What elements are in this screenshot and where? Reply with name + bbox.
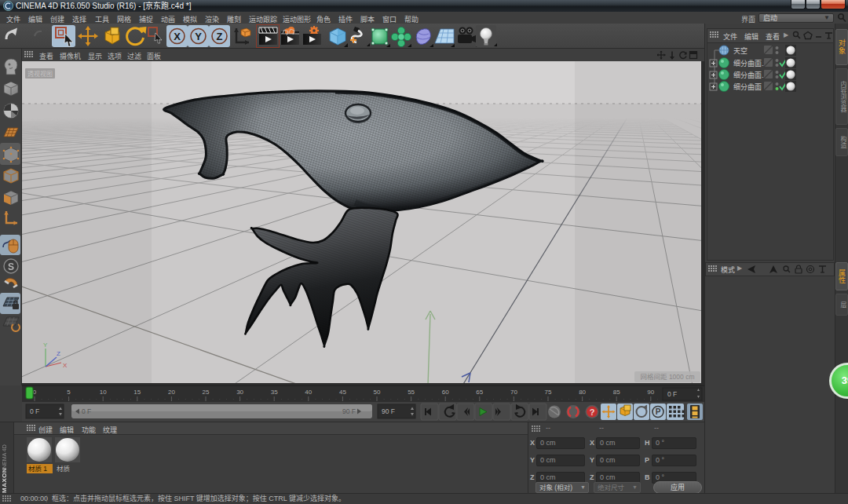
svg-text:85: 85 [613, 389, 620, 396]
svg-text:75: 75 [545, 389, 552, 396]
svg-text:80: 80 [579, 389, 586, 396]
svg-text:细分曲面.2: 细分曲面.2 [733, 59, 768, 68]
svg-text:0: 0 [33, 389, 37, 396]
svg-text:细分曲面.1: 细分曲面.1 [733, 71, 768, 79]
svg-text:X: X [174, 31, 181, 42]
svg-text:90 F: 90 F [342, 407, 356, 415]
svg-text:0 F: 0 F [82, 407, 91, 415]
svg-text:10: 10 [100, 389, 107, 396]
svg-text:?: ? [590, 407, 595, 417]
svg-text:25: 25 [203, 389, 210, 396]
svg-text:5: 5 [67, 389, 71, 396]
svg-text:0 F: 0 F [667, 390, 677, 398]
svg-text:透视视图: 透视视图 [27, 70, 53, 78]
svg-text:30: 30 [236, 389, 243, 396]
svg-text:50: 50 [374, 389, 381, 396]
svg-text:15: 15 [133, 389, 141, 396]
svg-text:细分曲面: 细分曲面 [733, 82, 762, 91]
svg-text:P: P [656, 407, 661, 416]
svg-text:70: 70 [510, 389, 517, 396]
svg-text:90 F: 90 F [382, 407, 395, 415]
svg-text:Z: Z [217, 31, 223, 42]
svg-text:65: 65 [476, 389, 483, 396]
svg-text:Y: Y [43, 341, 48, 349]
svg-text:X: X [63, 362, 68, 369]
svg-text:55: 55 [408, 389, 415, 396]
svg-text:网格间距 1000 cm: 网格间距 1000 cm [641, 373, 695, 381]
svg-text:天空: 天空 [733, 46, 747, 55]
svg-text:90: 90 [647, 389, 654, 396]
svg-text:Z: Z [57, 350, 60, 357]
svg-text:35: 35 [271, 389, 278, 396]
svg-text:40: 40 [305, 389, 312, 396]
svg-text:45: 45 [339, 389, 346, 396]
svg-text:Y: Y [195, 31, 202, 42]
svg-text:0 F: 0 F [30, 407, 39, 415]
svg-text:60: 60 [442, 389, 449, 396]
svg-text:S: S [8, 261, 14, 272]
svg-text:20: 20 [168, 389, 175, 396]
